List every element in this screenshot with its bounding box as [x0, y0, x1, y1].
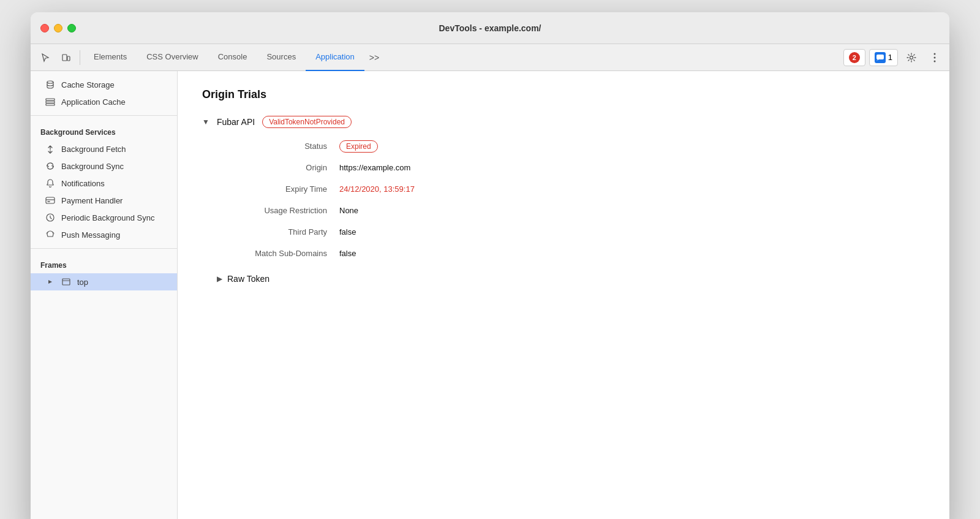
sidebar-divider-2	[31, 248, 177, 249]
warning-badge-button[interactable]: 1	[869, 49, 898, 66]
minimize-button[interactable]	[54, 24, 62, 32]
devtools-window: DevTools - example.com/ Elements CSS Ove…	[31, 12, 949, 519]
svg-rect-11	[46, 104, 55, 105]
tab-navigation: Elements CSS Overview Console Sources Ap…	[84, 44, 842, 71]
status-value-cell: Expired	[339, 135, 925, 157]
raw-token-row[interactable]: ▶ Raw Token	[217, 274, 925, 284]
cursor-icon	[40, 53, 50, 63]
tab-console[interactable]: Console	[208, 44, 257, 71]
status-label: Status	[217, 135, 339, 157]
application-cache-icon	[45, 97, 55, 107]
third-party-label: Third Party	[217, 221, 339, 243]
background-fetch-icon	[45, 144, 55, 154]
push-messaging-label: Push Messaging	[61, 230, 120, 240]
payment-handler-icon	[45, 195, 55, 205]
trial-header: ▼ Fubar API ValidTokenNotProvided	[202, 116, 925, 128]
svg-marker-3	[876, 59, 879, 61]
device-icon	[61, 53, 71, 63]
background-services-header: Background Services	[31, 121, 177, 140]
trial-status-badge: ValidTokenNotProvided	[262, 116, 352, 128]
usage-label: Usage Restriction	[217, 200, 339, 221]
sidebar-item-frames-top[interactable]: top	[31, 273, 177, 290]
page-title: Origin Trials	[202, 88, 925, 101]
match-sub-value: false	[339, 243, 925, 264]
svg-rect-15	[62, 279, 70, 285]
kebab-icon	[933, 53, 936, 63]
chat-icon	[876, 55, 884, 61]
svg-point-4	[910, 56, 913, 59]
push-messaging-icon	[45, 230, 55, 240]
error-count: 2	[849, 52, 860, 63]
gear-icon	[907, 53, 916, 63]
notifications-icon	[45, 178, 55, 188]
svg-point-5	[934, 53, 936, 55]
error-badge-button[interactable]: 2	[843, 49, 865, 66]
origin-value: https://example.com	[339, 157, 925, 178]
svg-rect-0	[62, 55, 67, 61]
svg-point-6	[934, 56, 936, 58]
sidebar-item-cache-storage[interactable]: Cache Storage	[31, 76, 177, 93]
frames-top-expand-icon	[45, 277, 55, 287]
expiry-value: 24/12/2020, 13:59:17	[339, 178, 925, 200]
more-options-button[interactable]	[925, 48, 944, 67]
svg-rect-10	[46, 101, 55, 103]
svg-rect-1	[67, 56, 70, 61]
sidebar-item-background-fetch[interactable]: Background Fetch	[31, 140, 177, 157]
periodic-background-sync-icon	[45, 213, 55, 222]
toolbar: Elements CSS Overview Console Sources Ap…	[31, 44, 949, 71]
sidebar-item-notifications[interactable]: Notifications	[31, 175, 177, 192]
settings-button[interactable]	[902, 48, 921, 67]
application-cache-label: Application Cache	[61, 97, 126, 107]
frames-top-label: top	[77, 278, 88, 287]
tab-application[interactable]: Application	[306, 44, 364, 71]
origin-label: Origin	[217, 157, 339, 178]
device-toolbar-button[interactable]	[56, 48, 76, 67]
cache-storage-icon	[45, 80, 55, 89]
usage-value: None	[339, 200, 925, 221]
main-content: Cache Storage Application Cache Backgrou…	[31, 71, 949, 519]
periodic-background-sync-label: Periodic Background Sync	[61, 213, 154, 222]
trial-expand-toggle[interactable]: ▼	[202, 118, 209, 126]
raw-token-toggle[interactable]: ▶	[217, 275, 222, 283]
raw-token-label: Raw Token	[227, 274, 270, 284]
svg-rect-9	[46, 99, 55, 100]
cursor-icon-button[interactable]	[36, 48, 55, 67]
sidebar: Cache Storage Application Cache Backgrou…	[31, 71, 178, 519]
frames-header: Frames	[31, 254, 177, 273]
tab-sources[interactable]: Sources	[257, 44, 306, 71]
maximize-button[interactable]	[67, 24, 76, 32]
title-bar: DevTools - example.com/	[31, 12, 949, 44]
background-sync-icon	[45, 161, 55, 171]
warning-count	[875, 52, 886, 63]
sidebar-item-push-messaging[interactable]: Push Messaging	[31, 226, 177, 243]
window-icon	[61, 277, 71, 287]
close-button[interactable]	[40, 24, 49, 32]
background-fetch-label: Background Fetch	[61, 145, 126, 154]
toolbar-right: 2 1	[843, 48, 944, 67]
svg-point-8	[47, 81, 53, 83]
svg-marker-14	[48, 280, 52, 284]
tab-css-overview[interactable]: CSS Overview	[137, 44, 208, 71]
window-title: DevTools - example.com/	[439, 23, 541, 33]
trial-details: Status Expired Origin https://example.co…	[217, 135, 925, 264]
notifications-label: Notifications	[61, 179, 105, 188]
content-panel: Origin Trials ▼ Fubar API ValidTokenNotP…	[178, 71, 949, 519]
third-party-value: false	[339, 221, 925, 243]
sidebar-item-background-sync[interactable]: Background Sync	[31, 157, 177, 175]
cache-storage-label: Cache Storage	[61, 80, 115, 89]
traffic-lights	[40, 24, 76, 32]
expiry-label: Expiry Time	[217, 178, 339, 200]
svg-rect-2	[876, 55, 884, 59]
svg-point-7	[934, 60, 936, 62]
more-tabs-button[interactable]: >>	[364, 44, 384, 71]
status-value: Expired	[339, 140, 378, 153]
svg-rect-12	[46, 197, 55, 203]
sidebar-divider-1	[31, 115, 177, 116]
sidebar-item-application-cache[interactable]: Application Cache	[31, 93, 177, 110]
trial-section: ▼ Fubar API ValidTokenNotProvided Status…	[202, 116, 925, 284]
sidebar-item-periodic-background-sync[interactable]: Periodic Background Sync	[31, 209, 177, 226]
sidebar-item-payment-handler[interactable]: Payment Handler	[31, 192, 177, 209]
tab-elements[interactable]: Elements	[84, 44, 137, 71]
toolbar-divider-1	[80, 50, 80, 65]
payment-handler-label: Payment Handler	[61, 196, 123, 205]
